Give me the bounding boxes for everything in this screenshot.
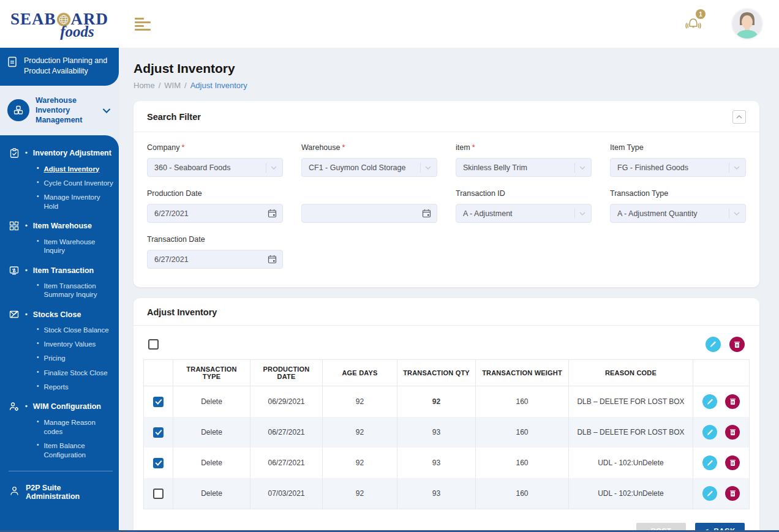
menu-toggle-icon[interactable] [135, 18, 151, 31]
calendar-icon [268, 209, 277, 218]
clipboard-check-icon [9, 148, 20, 158]
row-delete-button[interactable] [725, 425, 740, 440]
page-title: Adjust Inventory [134, 61, 759, 76]
nav-item-p2p-suite-administration[interactable]: P2P Suite Administration [9, 480, 114, 501]
sidebar-item-label: Production Planning and Product Availabi… [24, 56, 111, 77]
nav-item-stock-close-balance[interactable]: •Stock Close Balance [37, 323, 114, 337]
collapse-panel-button[interactable] [732, 110, 746, 124]
required-asterisk: * [182, 143, 185, 152]
monitor-transfer-icon [9, 266, 20, 275]
table-row: Delete 06/27/2021 92 93 160 DLB – DELETE… [144, 417, 750, 448]
row-delete-button[interactable] [725, 394, 740, 409]
bulk-edit-button[interactable] [706, 337, 721, 352]
user-icon [10, 486, 19, 498]
table-row: Delete 06/27/2021 92 93 160 UDL - 102:Un… [144, 448, 750, 478]
row-edit-button[interactable] [702, 486, 717, 501]
grid-squares-icon [9, 221, 20, 231]
nav-item-reports[interactable]: •Reports [37, 380, 114, 394]
row-edit-button[interactable] [702, 394, 717, 409]
production-date-to-input[interactable] [301, 204, 437, 223]
chevron-down-icon [271, 166, 277, 170]
transaction-date-label: Transaction Date [147, 235, 205, 244]
breadcrumb: Home / WIM / Adjust Inventory [134, 81, 759, 90]
nav-group-head-wim-configuration[interactable]: • WIM Configuration [9, 402, 114, 411]
notifications-button[interactable]: 1 [683, 13, 703, 34]
row-edit-button[interactable] [702, 455, 717, 470]
topbar: 1 [119, 0, 779, 48]
nav-item-pricing[interactable]: •Pricing [37, 351, 114, 365]
pencil-icon [707, 399, 713, 405]
chevron-down-icon [734, 166, 740, 170]
nav-item-label: P2P Suite Administration [26, 484, 114, 501]
pencil-icon [707, 490, 713, 497]
nav-group-label: Stocks Close [33, 310, 81, 319]
production-date-input[interactable]: 6/27/2021 [147, 204, 283, 223]
row-checkbox[interactable] [153, 458, 164, 468]
transaction-type-select[interactable]: A - Adjustment Quantity [610, 204, 746, 223]
nav-group-label: Inventory Adjustment [33, 149, 111, 157]
header-actions-col [693, 360, 750, 386]
item-type-select[interactable]: FG - Finished Goods [610, 158, 746, 177]
sidebar-item-production-planning[interactable]: Production Planning and Product Availabi… [0, 48, 119, 86]
item-select[interactable]: Skinless Belly Trim [456, 158, 592, 177]
breadcrumb-home[interactable]: Home [134, 81, 155, 90]
row-delete-button[interactable] [725, 486, 740, 501]
nav-item-item-warehouse-inquiry[interactable]: •Item Warehouse Inquiry [37, 235, 114, 258]
company-select[interactable]: 360 - Seaboard Foods [147, 158, 283, 177]
pencil-icon [707, 460, 713, 466]
header-transaction-type: TRANSACTION TYPE [173, 360, 250, 386]
document-icon [7, 56, 17, 67]
trash-icon [734, 341, 740, 348]
brand-logo: SEABARD foods [0, 0, 119, 48]
chevron-down-icon [579, 166, 585, 170]
nav-group-head-item-transaction[interactable]: • Item Transaction [9, 266, 114, 275]
warehouse-select[interactable]: CF1 - Guymon Cold Storage [301, 158, 437, 177]
back-button[interactable]: <BACK [695, 523, 745, 530]
nav-item-manage-inventory-hold[interactable]: •Manage Inventory Hold [37, 190, 114, 214]
row-checkbox[interactable] [153, 427, 164, 438]
nav-item-item-balance-configuration[interactable]: •Item Balance Configuration [37, 439, 114, 462]
adjust-inventory-card: Adjust Inventory [134, 298, 759, 530]
transaction-date-input[interactable]: 6/27/2021 [147, 250, 283, 269]
header-transaction-weight: TRANSACTION WEIGHT [476, 360, 569, 386]
nav-group-inventory-adjustment: • Inventory Adjustment •Adjust Inventory… [9, 149, 114, 214]
select-all-checkbox[interactable] [148, 339, 159, 350]
required-asterisk: * [472, 143, 475, 152]
main-area: 1 Adjust Inventory Home / WIM / Adjust I… [119, 0, 779, 530]
header-production-date: PRODUCTION DATE [250, 360, 323, 386]
post-button[interactable]: POST [636, 523, 686, 530]
header-transaction-qty: TRANSACTION QTY [397, 360, 476, 386]
user-avatar[interactable] [731, 8, 763, 40]
grid-footer-actions: POST <BACK [143, 509, 750, 530]
nav-item-manage-reason-codes[interactable]: •Manage Reason codes [37, 416, 114, 439]
nav-item-inventory-values[interactable]: •Inventory Values [37, 337, 114, 351]
adjust-inventory-title: Adjust Inventory [147, 307, 217, 317]
row-edit-button[interactable] [702, 425, 717, 440]
nav-group-head-stocks-close[interactable]: • Stocks Close [9, 310, 114, 319]
transaction-id-select[interactable]: A - Adjustment [456, 204, 592, 223]
table-row: Delete 06/29/2021 92 92 160 DLB – DELETE… [144, 386, 750, 418]
bulk-actions-row [143, 334, 750, 359]
bulk-delete-button[interactable] [729, 337, 745, 352]
trash-icon [729, 490, 736, 497]
pencil-icon [710, 341, 717, 348]
nav-group-label: WIM Configuration [33, 402, 101, 411]
nav-item-cycle-count-inventory[interactable]: •Cycle Count Inventory [37, 176, 114, 190]
nav-item-adjust-inventory[interactable]: •Adjust Inventory [37, 162, 114, 176]
sidebar-module-wim-toggle[interactable]: Warehouse Inventory Management [0, 86, 119, 135]
nav-item-finalize-stock-close[interactable]: •Finalize Stock Close [37, 366, 114, 380]
breadcrumb-wim[interactable]: WIM [164, 81, 181, 90]
row-checkbox[interactable] [153, 489, 164, 499]
nav-group-label: Item Transaction [33, 266, 94, 275]
nav-item-item-transaction-summary-inquiry[interactable]: •Item Transaction Summary Inquiry [37, 279, 114, 302]
user-gear-icon [9, 402, 20, 411]
nav-group-head-inventory-adjustment[interactable]: • Inventory Adjustment [9, 149, 114, 158]
row-delete-button[interactable] [725, 455, 740, 470]
page-content: Adjust Inventory Home / WIM / Adjust Inv… [119, 48, 779, 530]
production-date-label: Production Date [147, 189, 202, 198]
calendar-icon [268, 255, 277, 264]
chevron-down-icon [579, 212, 585, 215]
row-checkbox[interactable] [153, 397, 164, 407]
nav-group-head-item-warehouse[interactable]: • Item Warehouse [9, 222, 114, 231]
chevron-down-icon [734, 212, 740, 215]
